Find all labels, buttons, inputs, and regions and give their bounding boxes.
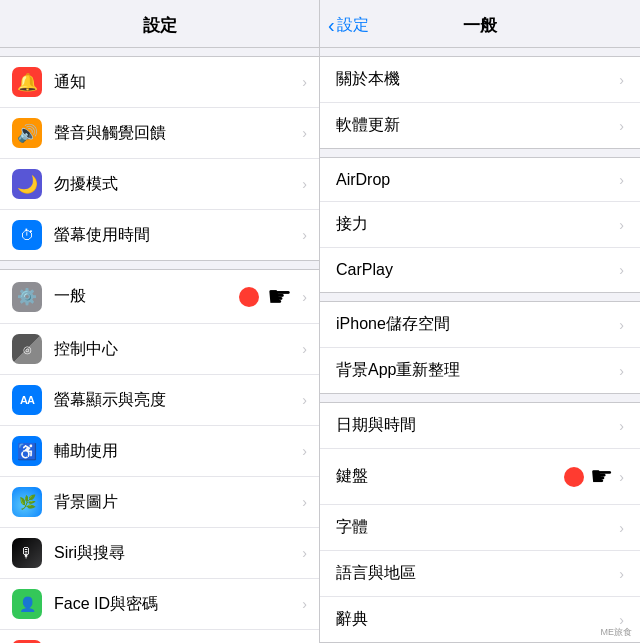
siri-label: Siri與搜尋 bbox=[54, 543, 298, 564]
wallpaper-label: 背景圖片 bbox=[54, 492, 298, 513]
left-header: 設定 bbox=[0, 0, 319, 48]
right-item-dictionary[interactable]: 辭典 › bbox=[320, 597, 640, 642]
sidebar-item-display[interactable]: AA 螢幕顯示與亮度 › bbox=[0, 375, 319, 426]
sidebar-item-sounds[interactable]: 🔊 聲音與觸覺回饋 › bbox=[0, 108, 319, 159]
chevron-icon: › bbox=[619, 118, 624, 134]
keyboard-notification-badge bbox=[564, 467, 584, 487]
general-label: 一般 bbox=[54, 286, 239, 307]
chevron-icon: › bbox=[619, 317, 624, 333]
iphone-storage-label: iPhone儲存空間 bbox=[336, 314, 619, 335]
right-panel-title: 一般 bbox=[463, 14, 497, 37]
right-item-language[interactable]: 語言與地區 › bbox=[320, 551, 640, 597]
chevron-icon: › bbox=[302, 443, 307, 459]
settings-group-2: ⚙️ 一般 ☛ › ◎ 控制中心 › AA 螢幕顯示與亮度 › ♿ 輔助使用 bbox=[0, 269, 319, 643]
general-icon: ⚙️ bbox=[12, 282, 42, 312]
chevron-icon: › bbox=[619, 172, 624, 188]
faceid-icon: 👤 bbox=[12, 589, 42, 619]
sidebar-item-wallpaper[interactable]: 🌿 背景圖片 › bbox=[0, 477, 319, 528]
dictionary-label: 辭典 bbox=[336, 609, 619, 630]
settings-list: 🔔 通知 › 🔊 聲音與觸覺回饋 › 🌙 勿擾模式 › ⏱ 螢幕使用時間 › bbox=[0, 48, 319, 643]
right-settings-list: 關於本機 › 軟體更新 › AirDrop › 接力 › CarPlay › bbox=[320, 48, 640, 643]
right-group-2: AirDrop › 接力 › CarPlay › bbox=[320, 157, 640, 293]
chevron-icon: › bbox=[302, 74, 307, 90]
right-header: ‹ 設定 一般 bbox=[320, 0, 640, 48]
sidebar-item-general[interactable]: ⚙️ 一般 ☛ › bbox=[0, 270, 319, 324]
chevron-icon: › bbox=[302, 341, 307, 357]
bg-app-refresh-label: 背景App重新整理 bbox=[336, 360, 619, 381]
airdrop-label: AirDrop bbox=[336, 171, 619, 189]
left-panel: 設定 🔔 通知 › 🔊 聲音與觸覺回饋 › 🌙 勿擾模式 › ⏱ 螢幕使用時間 bbox=[0, 0, 320, 643]
chevron-icon: › bbox=[302, 392, 307, 408]
notifications-label: 通知 bbox=[54, 72, 298, 93]
chevron-icon: › bbox=[619, 217, 624, 233]
right-group-4: 日期與時間 › 鍵盤 ☛ › 字體 › 語言與地區 › 辭典 › bbox=[320, 402, 640, 643]
display-label: 螢幕顯示與亮度 bbox=[54, 390, 298, 411]
chevron-icon: › bbox=[619, 72, 624, 88]
right-item-carplay[interactable]: CarPlay › bbox=[320, 248, 640, 292]
sidebar-item-faceid[interactable]: 👤 Face ID與密碼 › bbox=[0, 579, 319, 630]
chevron-icon: › bbox=[619, 418, 624, 434]
sidebar-item-accessibility[interactable]: ♿ 輔助使用 › bbox=[0, 426, 319, 477]
siri-icon: 🎙 bbox=[12, 538, 42, 568]
date-time-label: 日期與時間 bbox=[336, 415, 619, 436]
faceid-label: Face ID與密碼 bbox=[54, 594, 298, 615]
chevron-icon: › bbox=[302, 596, 307, 612]
control-center-label: 控制中心 bbox=[54, 339, 298, 360]
chevron-icon: › bbox=[619, 363, 624, 379]
right-item-iphone-storage[interactable]: iPhone儲存空間 › bbox=[320, 302, 640, 348]
screen-time-icon: ⏱ bbox=[12, 220, 42, 250]
cursor-pointer-icon: ☛ bbox=[267, 280, 292, 313]
sounds-icon: 🔊 bbox=[12, 118, 42, 148]
chevron-icon: › bbox=[619, 262, 624, 278]
right-group-3: iPhone儲存空間 › 背景App重新整理 › bbox=[320, 301, 640, 394]
language-label: 語言與地區 bbox=[336, 563, 619, 584]
about-label: 關於本機 bbox=[336, 69, 619, 90]
display-icon: AA bbox=[12, 385, 42, 415]
right-panel: ‹ 設定 一般 關於本機 › 軟體更新 › AirDrop › 接力 › bbox=[320, 0, 640, 643]
carplay-label: CarPlay bbox=[336, 261, 619, 279]
right-item-keyboard[interactable]: 鍵盤 ☛ › bbox=[320, 449, 640, 505]
control-center-icon: ◎ bbox=[12, 334, 42, 364]
dnd-label: 勿擾模式 bbox=[54, 174, 298, 195]
sidebar-item-siri[interactable]: 🎙 Siri與搜尋 › bbox=[0, 528, 319, 579]
chevron-icon: › bbox=[302, 227, 307, 243]
handoff-label: 接力 bbox=[336, 214, 619, 235]
right-item-bg-app-refresh[interactable]: 背景App重新整理 › bbox=[320, 348, 640, 393]
left-title: 設定 bbox=[143, 16, 177, 35]
back-button[interactable]: ‹ 設定 bbox=[328, 14, 369, 37]
right-item-font[interactable]: 字體 › bbox=[320, 505, 640, 551]
right-item-airdrop[interactable]: AirDrop › bbox=[320, 158, 640, 202]
font-label: 字體 bbox=[336, 517, 619, 538]
sidebar-item-sos[interactable]: SOS SOS緊急服務 › bbox=[0, 630, 319, 643]
chevron-icon: › bbox=[302, 176, 307, 192]
sounds-label: 聲音與觸覺回饋 bbox=[54, 123, 298, 144]
right-item-about[interactable]: 關於本機 › bbox=[320, 57, 640, 103]
right-item-software-update[interactable]: 軟體更新 › bbox=[320, 103, 640, 148]
right-group-1: 關於本機 › 軟體更新 › bbox=[320, 56, 640, 149]
back-label: 設定 bbox=[337, 15, 369, 36]
sidebar-item-screen-time[interactable]: ⏱ 螢幕使用時間 › bbox=[0, 210, 319, 260]
back-chevron-icon: ‹ bbox=[328, 14, 335, 37]
chevron-icon: › bbox=[302, 545, 307, 561]
sidebar-item-notifications[interactable]: 🔔 通知 › bbox=[0, 57, 319, 108]
chevron-icon: › bbox=[302, 289, 307, 305]
dnd-icon: 🌙 bbox=[12, 169, 42, 199]
accessibility-icon: ♿ bbox=[12, 436, 42, 466]
right-item-date-time[interactable]: 日期與時間 › bbox=[320, 403, 640, 449]
chevron-icon: › bbox=[619, 566, 624, 582]
cursor-pointer-icon-2: ☛ bbox=[590, 461, 613, 492]
sidebar-item-dnd[interactable]: 🌙 勿擾模式 › bbox=[0, 159, 319, 210]
sidebar-item-control-center[interactable]: ◎ 控制中心 › bbox=[0, 324, 319, 375]
accessibility-label: 輔助使用 bbox=[54, 441, 298, 462]
chevron-icon: › bbox=[302, 494, 307, 510]
right-item-handoff[interactable]: 接力 › bbox=[320, 202, 640, 248]
chevron-icon: › bbox=[302, 125, 307, 141]
keyboard-label: 鍵盤 bbox=[336, 466, 564, 487]
settings-group-1: 🔔 通知 › 🔊 聲音與觸覺回饋 › 🌙 勿擾模式 › ⏱ 螢幕使用時間 › bbox=[0, 56, 319, 261]
chevron-icon: › bbox=[619, 520, 624, 536]
notifications-icon: 🔔 bbox=[12, 67, 42, 97]
software-update-label: 軟體更新 bbox=[336, 115, 619, 136]
watermark: ME旅食 bbox=[601, 626, 633, 639]
screen-time-label: 螢幕使用時間 bbox=[54, 225, 298, 246]
chevron-icon: › bbox=[619, 469, 624, 485]
